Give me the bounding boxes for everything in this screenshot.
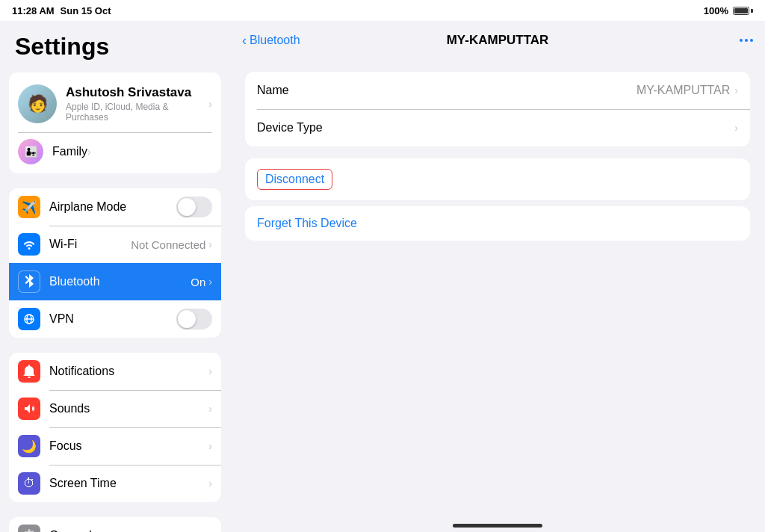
name-chevron: › — [734, 84, 738, 96]
battery-tip — [751, 9, 753, 13]
battery-icon — [733, 7, 753, 15]
more-dot-3 — [750, 39, 753, 42]
name-label: Name — [257, 84, 637, 97]
forget-device-button[interactable]: Forget This Device — [257, 217, 357, 229]
detail-name-type-section: Name MY-KAMPUTTAR › Device Type › — [245, 72, 750, 146]
name-value: MY-KAMPUTTAR — [637, 84, 730, 97]
forget-section: Forget This Device — [245, 206, 750, 241]
sounds-chevron: › — [208, 403, 212, 415]
family-label: Family — [52, 145, 87, 158]
screen-time-label: Screen Time — [49, 477, 208, 490]
vpn-icon — [18, 308, 40, 330]
status-time: 11:28 AM — [12, 5, 55, 16]
notifications-icon — [18, 360, 40, 383]
airplane-mode-icon: ✈️ — [18, 196, 40, 218]
general-icon — [18, 525, 40, 532]
notifications-section: Notifications › Sounds › 🌙 Focus › — [9, 353, 221, 502]
settings-title: Settings — [9, 33, 221, 72]
sounds-icon — [18, 398, 40, 420]
main-layout: Settings 🧑 Ashutosh Srivastava Apple ID,… — [0, 21, 765, 532]
sidebar-item-bluetooth[interactable]: Bluetooth On › — [9, 263, 221, 300]
wifi-chevron: › — [208, 238, 212, 250]
more-dot-2 — [745, 39, 748, 42]
screen-time-chevron: › — [208, 477, 212, 489]
content-title: MY-KAMPUTTAR — [447, 33, 549, 48]
wifi-value: Not Connected — [131, 238, 205, 251]
back-chevron-icon: ‹ — [242, 33, 247, 49]
bluetooth-value: On — [191, 276, 205, 288]
back-button[interactable]: ‹ Bluetooth — [242, 33, 300, 49]
status-bar: 11:28 AM Sun 15 Oct 100% — [0, 0, 765, 21]
sidebar-item-focus[interactable]: 🌙 Focus › — [9, 427, 221, 465]
status-date: Sun 15 Oct — [61, 5, 111, 16]
device-type-row[interactable]: Device Type › — [245, 109, 750, 146]
family-item[interactable]: 👨‍👧 Family › — [18, 132, 212, 164]
disconnect-button[interactable]: Disconnect — [257, 169, 332, 190]
sidebar-item-screen-time[interactable]: ⏱ Screen Time › — [9, 465, 221, 502]
device-detail: Name MY-KAMPUTTAR › Device Type › Discon… — [230, 60, 765, 511]
content-header: ‹ Bluetooth MY-KAMPUTTAR — [230, 21, 765, 60]
bluetooth-icon — [18, 270, 40, 293]
device-type-chevron: › — [734, 122, 738, 134]
forget-row: Forget This Device — [245, 206, 750, 241]
focus-label: Focus — [49, 439, 208, 453]
status-bar-right: 100% — [704, 5, 753, 16]
airplane-mode-toggle[interactable] — [176, 197, 212, 217]
status-bar-left: 11:28 AM Sun 15 Oct — [12, 5, 111, 16]
wifi-icon — [18, 233, 40, 256]
vpn-label: VPN — [49, 312, 176, 326]
battery-fill — [734, 8, 748, 13]
content-panel: ‹ Bluetooth MY-KAMPUTTAR Name MY-KAMPUTT… — [230, 21, 765, 532]
sidebar: Settings 🧑 Ashutosh Srivastava Apple ID,… — [0, 21, 230, 532]
disconnect-section: Disconnect — [245, 158, 750, 200]
name-row[interactable]: Name MY-KAMPUTTAR › — [245, 72, 750, 109]
screen-time-icon: ⏱ — [18, 472, 40, 495]
disconnect-row: Disconnect — [245, 158, 750, 200]
battery-body — [733, 7, 749, 15]
notifications-label: Notifications — [49, 365, 208, 378]
profile-info: Ashutosh Srivastava Apple ID, iCloud, Me… — [66, 85, 208, 123]
focus-chevron: › — [208, 440, 212, 452]
profile-name: Ashutosh Srivastava — [66, 85, 208, 100]
more-dot-1 — [740, 39, 743, 42]
sidebar-item-notifications[interactable]: Notifications › — [9, 353, 221, 390]
sidebar-item-sounds[interactable]: Sounds › — [9, 390, 221, 427]
home-bar — [453, 524, 542, 528]
avatar: 🧑 — [18, 84, 57, 123]
sidebar-item-wifi[interactable]: Wi-Fi Not Connected › — [9, 226, 221, 263]
more-options-button[interactable] — [740, 39, 753, 42]
network-section: ✈️ Airplane Mode Wi-Fi Not Connected › — [9, 188, 221, 338]
home-indicator — [230, 511, 765, 532]
general-label: General — [49, 529, 208, 532]
airplane-mode-label: Airplane Mode — [49, 200, 176, 214]
profile-section: 🧑 Ashutosh Srivastava Apple ID, iCloud, … — [9, 72, 221, 173]
general-section: General › Control Centre › ☀️ — [9, 517, 221, 532]
wifi-label: Wi-Fi — [49, 238, 131, 251]
focus-icon: 🌙 — [18, 435, 40, 457]
profile-item[interactable]: 🧑 Ashutosh Srivastava Apple ID, iCloud, … — [18, 81, 212, 129]
battery-percent: 100% — [704, 5, 728, 16]
profile-sub: Apple ID, iCloud, Media & Purchases — [66, 102, 208, 123]
back-label: Bluetooth — [250, 34, 300, 47]
device-type-label: Device Type — [257, 121, 734, 134]
notifications-chevron: › — [208, 365, 212, 377]
sidebar-item-airplane-mode[interactable]: ✈️ Airplane Mode — [9, 188, 221, 226]
sidebar-item-general[interactable]: General › — [9, 517, 221, 532]
vpn-toggle[interactable] — [176, 309, 212, 330]
family-avatar: 👨‍👧 — [18, 139, 43, 164]
sounds-label: Sounds — [49, 402, 208, 415]
family-chevron: › — [87, 146, 91, 158]
bluetooth-chevron: › — [208, 276, 212, 288]
bluetooth-label: Bluetooth — [49, 275, 191, 288]
sidebar-item-vpn[interactable]: VPN — [9, 300, 221, 338]
profile-chevron: › — [208, 98, 212, 110]
